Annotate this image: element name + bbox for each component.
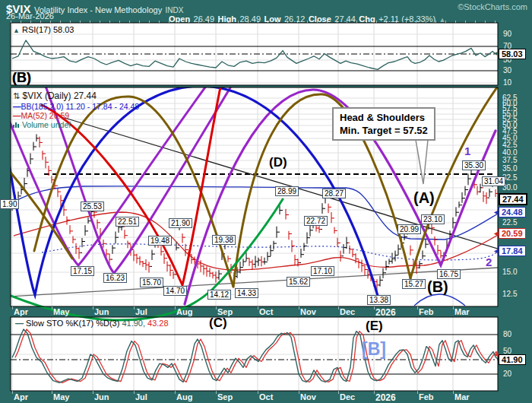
month-label-top-Feb: Feb	[419, 307, 434, 316]
price-callout-16_23: 16.23	[103, 273, 127, 283]
header-tick	[445, 21, 446, 23]
month-tick	[258, 391, 258, 394]
month-tick	[299, 306, 299, 309]
month-tick	[175, 306, 176, 309]
price-box-17.84: 17.84	[499, 246, 526, 256]
header-tick	[386, 21, 387, 23]
sto-axis-label-80: 80	[503, 331, 511, 338]
header-tick	[70, 21, 71, 23]
price-axis-label-35.0: 35.0	[502, 165, 517, 173]
price-callout-14_70: 14.70	[163, 286, 187, 296]
volume-legend-text: Volume undef	[22, 120, 71, 129]
value-pointer-icon: ◄	[492, 351, 499, 358]
ma-legend: —MA(52) 20.59	[13, 111, 69, 120]
header-tick	[40, 21, 41, 23]
value-pointer-icon: ◄	[492, 248, 499, 255]
wave-annotation-B-8: [B]	[362, 339, 386, 360]
month-label-bottom-Sep: Sep	[217, 392, 233, 401]
month-label-bottom-Feb: Feb	[419, 392, 434, 401]
header-tick	[109, 21, 110, 23]
month-label-top-Dec: Dec	[340, 307, 355, 316]
month-label-top-Oct: Oct	[259, 307, 273, 316]
volume-legend: Volume undef	[13, 120, 71, 129]
month-tick	[258, 306, 258, 309]
month-tick	[417, 391, 418, 394]
bb-legend-text: BB(185,2.0) 11.20 - 17.84 - 24.48	[21, 102, 140, 111]
price-callout-20_99: 20.99	[397, 224, 421, 234]
price-axis-label-22.5: 22.5	[502, 219, 517, 227]
price-axis-label-37.5: 37.5	[502, 157, 517, 164]
stockcharts-chart: $VIX Volatility Index - New Methodology …	[0, 0, 532, 403]
header-tick	[337, 21, 337, 23]
value-pointer-icon: ◄	[492, 50, 499, 57]
month-label-bottom-Apr: Apr	[14, 392, 28, 401]
month-tick	[453, 306, 454, 309]
header-tick	[21, 21, 21, 23]
rsi-legend: ▲ RSI(17) 58.03	[13, 25, 74, 34]
header-tick	[169, 21, 169, 23]
header-tick	[327, 21, 328, 23]
bb-legend: —BB(185,2.0) 11.20 - 17.84 - 24.48	[13, 102, 139, 111]
header-tick	[90, 21, 90, 23]
header-tick	[139, 21, 140, 23]
header-tick	[100, 21, 100, 23]
month-tick	[374, 306, 375, 309]
header-tick	[248, 21, 249, 23]
header-tick	[238, 21, 239, 23]
month-tick	[93, 306, 93, 309]
price-box-20.59: 20.59	[499, 228, 526, 239]
main-legend-symbol-text: $VIX (Daily) 27.44	[23, 90, 97, 101]
rsi-axis-label-90: 90	[503, 30, 511, 38]
wave-annotation-D-1: (D)	[269, 155, 287, 170]
price-callout-13_38: 13.38	[367, 295, 391, 305]
header-tick	[30, 21, 31, 23]
month-tick	[175, 391, 176, 394]
price-callout-15_27: 15.27	[402, 279, 426, 289]
header-tick	[376, 21, 377, 23]
month-tick	[374, 391, 375, 394]
price-callout-14_33: 14.33	[235, 288, 258, 298]
header-tick	[258, 21, 258, 23]
header-tick	[356, 21, 357, 23]
month-tick	[338, 306, 339, 309]
header-tick	[297, 21, 298, 23]
header-tick	[50, 21, 51, 23]
wave-annotation-C-6: (C)	[209, 316, 227, 331]
header-tick	[406, 21, 407, 23]
header-tick	[198, 21, 199, 23]
month-tick	[134, 391, 135, 394]
month-label-bottom-Jul: Jul	[135, 392, 147, 401]
sto-axis-label-20: 20	[503, 370, 511, 378]
sto-k-value: 41.90,	[122, 319, 145, 328]
value-pointer-icon: ◄	[492, 230, 499, 237]
wave-annotation-1-4: 1	[464, 144, 470, 157]
month-label-bottom-Aug: Aug	[176, 392, 192, 401]
price-callout-35_30: 35.30	[462, 160, 486, 170]
price-callout-17_15: 17.15	[71, 266, 94, 276]
month-tick	[417, 306, 418, 309]
header-tick	[435, 21, 436, 23]
header-tick	[149, 21, 150, 23]
wave-annotation-B-3: (B)	[427, 278, 448, 296]
month-tick	[52, 391, 52, 394]
price-callout-22_51: 22.51	[116, 217, 139, 227]
sto-value-box: 41.90	[499, 354, 526, 365]
sto-line-icon: —	[15, 319, 24, 328]
header-tick	[475, 21, 476, 23]
bb-line-icon: —	[13, 102, 21, 111]
header-tick	[317, 21, 318, 23]
price-axis-label-15.0: 15.0	[502, 268, 517, 276]
header-tick	[396, 21, 397, 23]
price-callout-14_12: 14.12	[207, 290, 231, 300]
price-callout-28_27: 28.27	[322, 189, 346, 198]
header-tick	[277, 21, 278, 23]
value-pointer-icon: ◄	[492, 209, 499, 216]
main-legend-symbol: ⇅ $VIX (Daily) 27.44	[13, 90, 97, 101]
month-label-top-Jul: Jul	[135, 307, 147, 316]
sto-legend-text: Slow STO %K(17) %D(3)	[26, 319, 119, 328]
wave-annotation-2-5: 2	[486, 255, 492, 268]
month-tick	[12, 306, 13, 309]
volume-bars-icon	[13, 120, 20, 129]
sto-legend: — Slow STO %K(17) %D(3) 41.90, 43.28	[15, 319, 169, 328]
header-tick	[465, 21, 466, 23]
